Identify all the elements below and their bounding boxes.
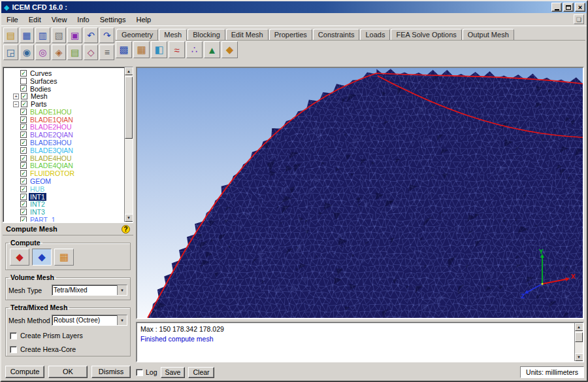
tree-item-blade3qian[interactable]: ✓BLADE3QIAN bbox=[5, 147, 124, 154]
curve-mesh-setup-icon[interactable]: ≈ bbox=[169, 41, 185, 58]
restore-layout-icon[interactable]: ❏ bbox=[574, 14, 584, 24]
scroll-down-icon[interactable]: ▼ bbox=[125, 214, 133, 222]
clear-log-button[interactable]: Clear bbox=[188, 367, 214, 378]
tree-item-blade3hou[interactable]: ✓BLADE3HOU bbox=[5, 139, 124, 147]
fit-window-icon[interactable]: ◲ bbox=[3, 44, 18, 60]
tree-label[interactable]: BLADE2QIAN bbox=[29, 131, 74, 139]
tree-label[interactable]: GEOM bbox=[29, 177, 52, 185]
compute-mesh-tool-icon[interactable]: ▲ bbox=[204, 41, 220, 58]
maximize-button[interactable] bbox=[563, 3, 574, 12]
annotations-icon[interactable]: ≡ bbox=[99, 44, 114, 60]
save-log-button[interactable]: Save bbox=[161, 367, 186, 378]
tree-label[interactable]: FLUIDROTOR bbox=[29, 169, 76, 177]
local-coords-icon[interactable]: ◈ bbox=[52, 44, 67, 60]
save-project-icon[interactable]: ▦ bbox=[20, 27, 35, 43]
compute-prism-mesh-icon[interactable]: ▦ bbox=[54, 249, 74, 266]
tab-constraints[interactable]: Constraints bbox=[313, 29, 360, 40]
message-scrollbar[interactable]: ▲ ▼ bbox=[574, 323, 583, 361]
tree-item-blade2qian[interactable]: ✓BLADE2QIAN bbox=[5, 131, 124, 139]
zoom-window-icon[interactable]: ◉ bbox=[20, 44, 35, 60]
tree-label[interactable]: BLADE3HOU bbox=[29, 139, 73, 147]
tree-checkbox[interactable]: ✓ bbox=[20, 201, 27, 207]
surface-mesh-setup-icon[interactable]: ◧ bbox=[151, 41, 167, 58]
tab-loads[interactable]: Loads bbox=[360, 29, 390, 40]
minus-expander-icon[interactable]: − bbox=[13, 101, 19, 107]
tree-scroll-thumb[interactable] bbox=[125, 77, 133, 139]
tree-label[interactable]: BLADE4HOU bbox=[29, 154, 73, 162]
measure-icon[interactable]: ◎ bbox=[35, 44, 50, 60]
tree-label[interactable]: Curves bbox=[29, 69, 53, 77]
tree-item-geom[interactable]: ✓GEOM bbox=[5, 177, 124, 185]
tree-checkbox[interactable]: ✓ bbox=[20, 194, 27, 200]
tree-checkbox[interactable]: ✓ bbox=[20, 85, 27, 92]
tree-checkbox[interactable]: ✓ bbox=[20, 162, 27, 169]
plus-expander-icon[interactable]: + bbox=[13, 94, 19, 99]
tab-blocking[interactable]: Blocking bbox=[188, 29, 225, 40]
tree-label[interactable]: BLADE1HOU bbox=[29, 108, 73, 116]
tab-geometry[interactable]: Geometry bbox=[116, 29, 158, 40]
tree-checkbox[interactable]: ✓ bbox=[20, 109, 27, 115]
message-scroll-track[interactable] bbox=[575, 331, 583, 353]
open-geometry-icon[interactable]: ▧ bbox=[52, 27, 67, 43]
menu-view[interactable]: View bbox=[46, 14, 73, 26]
tree-checkbox[interactable]: ✓ bbox=[20, 147, 27, 154]
title-bar[interactable]: ◆ ICEM CFD 16.0 : × bbox=[1, 1, 587, 13]
tab-fea-solve-options[interactable]: FEA Solve Options bbox=[391, 29, 461, 40]
tree-checkbox[interactable]: ✓ bbox=[20, 116, 27, 123]
redo-icon[interactable]: ↷ bbox=[99, 27, 114, 43]
tree-label[interactable]: Parts bbox=[29, 100, 48, 108]
tree-checkbox[interactable]: ✓ bbox=[20, 70, 27, 77]
close-button[interactable]: × bbox=[575, 3, 585, 12]
tree-scrollbar[interactable]: ▲ ▼ bbox=[124, 67, 133, 222]
part-mesh-setup-icon[interactable]: ▦ bbox=[133, 41, 150, 58]
workbench-icon[interactable]: ▣ bbox=[67, 27, 82, 43]
tree-label[interactable]: BLADE3QIAN bbox=[29, 147, 74, 154]
menu-help[interactable]: Help bbox=[131, 14, 156, 26]
tree-item-int2[interactable]: ✓INT2 bbox=[5, 201, 124, 209]
tree-item-blade2hou[interactable]: ✓BLADE2HOU bbox=[5, 124, 124, 131]
tree-label[interactable]: INT2 bbox=[29, 200, 46, 208]
tree-item-blade1qian[interactable]: ✓BLADE1QIAN bbox=[5, 116, 124, 124]
compute-volume-mesh-icon[interactable]: ◆ bbox=[32, 249, 52, 266]
display-options-icon[interactable]: ▤ bbox=[67, 44, 82, 60]
mesh-render-canvas[interactable] bbox=[137, 68, 583, 318]
scroll-down-icon[interactable]: ▼ bbox=[575, 353, 583, 361]
tree-checkbox[interactable] bbox=[20, 78, 27, 84]
open-project-icon[interactable]: ▤ bbox=[3, 27, 18, 43]
scroll-up-icon[interactable]: ▲ bbox=[125, 67, 133, 75]
menu-file[interactable]: File bbox=[1, 14, 24, 26]
edit-mesh-tool-icon[interactable]: ◆ bbox=[221, 41, 238, 58]
tree-checkbox[interactable]: ✓ bbox=[20, 170, 27, 177]
compute-button[interactable]: Compute bbox=[5, 366, 44, 378]
viewport[interactable] bbox=[136, 67, 584, 319]
chevron-down-icon[interactable]: ▼ bbox=[117, 285, 127, 295]
tree-label[interactable]: BLADE1QIAN bbox=[29, 116, 74, 124]
tree-item-blade4qian[interactable]: ✓BLADE4QIAN bbox=[5, 162, 124, 170]
tree-checkbox[interactable]: ✓ bbox=[20, 139, 27, 146]
tree-item-surfaces[interactable]: Surfaces bbox=[5, 77, 124, 85]
tree-label[interactable]: Surfaces bbox=[29, 77, 58, 85]
compute-surface-mesh-icon[interactable]: ◆ bbox=[10, 249, 29, 266]
chevron-down-icon[interactable]: ▼ bbox=[117, 315, 127, 325]
tab-properties[interactable]: Properties bbox=[269, 29, 312, 40]
menu-info[interactable]: Info bbox=[72, 14, 94, 26]
mesh-type-dropdown[interactable]: Tetra/Mixed ▼ bbox=[52, 285, 127, 296]
option-checkbox[interactable] bbox=[10, 346, 17, 353]
tab-mesh[interactable]: Mesh bbox=[159, 29, 187, 41]
tree-checkbox[interactable]: ✓ bbox=[20, 217, 27, 222]
tree-checkbox[interactable]: ✓ bbox=[21, 101, 27, 107]
tree-item-part_1[interactable]: ✓PART_1 bbox=[5, 216, 124, 222]
tree-item-blade1hou[interactable]: ✓BLADE1HOU bbox=[5, 108, 124, 116]
mesh-method-dropdown[interactable]: Robust (Octree) ▼ bbox=[52, 315, 127, 326]
global-mesh-setup-icon[interactable]: ▩ bbox=[116, 41, 132, 58]
tree-checkbox[interactable]: ✓ bbox=[20, 155, 27, 162]
log-checkbox[interactable]: Log bbox=[136, 368, 157, 376]
tree-item-int1[interactable]: ✓INT1 bbox=[5, 193, 124, 201]
option-create-hexa-core[interactable]: Create Hexa-Core bbox=[10, 345, 126, 353]
tree-checkbox[interactable]: ✓ bbox=[20, 186, 27, 192]
undo-icon[interactable]: ↶ bbox=[84, 27, 99, 43]
option-create-prism-layers[interactable]: Create Prism Layers bbox=[10, 332, 126, 339]
tab-output-mesh[interactable]: Output Mesh bbox=[463, 29, 514, 40]
tree-label[interactable]: HUB bbox=[29, 185, 46, 193]
tree-label[interactable]: Mesh bbox=[29, 92, 49, 100]
